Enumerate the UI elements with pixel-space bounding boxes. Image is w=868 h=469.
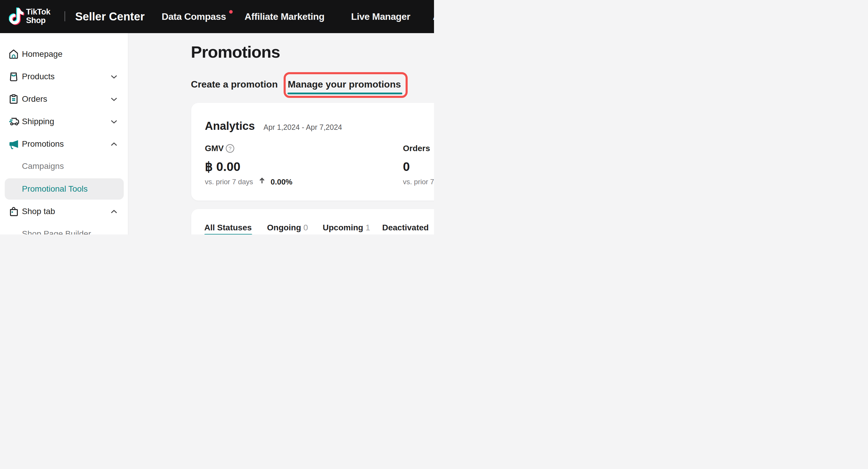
- svg-text:?: ?: [228, 146, 231, 152]
